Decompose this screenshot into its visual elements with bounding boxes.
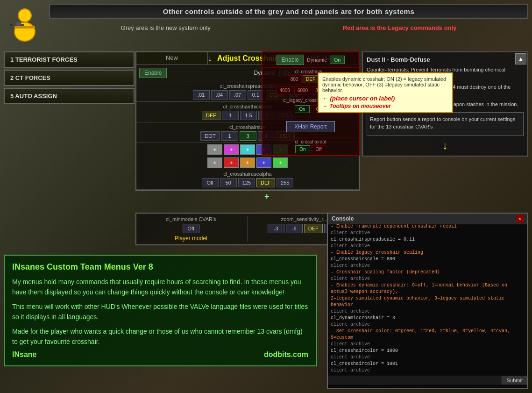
usealpha-btn-125[interactable]: 125 <box>238 178 255 187</box>
svg-rect-4 <box>16 22 21 26</box>
minmodels-off-button[interactable]: Off <box>183 224 199 233</box>
spreadscale-btn-07[interactable]: .07 <box>229 90 246 100</box>
info-arrow-down-icon: ↓ <box>442 139 448 151</box>
console-line: - Enable framerate dependent crosshair r… <box>331 224 525 230</box>
orig-on-button[interactable]: On <box>330 56 345 64</box>
subtitle-red: Red area is the Legacy commands only <box>343 24 456 31</box>
thickness-btn-1[interactable]: 1 <box>222 111 239 120</box>
player-model-label: Player model <box>139 235 243 242</box>
color-btn-red[interactable]: + <box>224 157 239 168</box>
color-btn-grey2[interactable]: + <box>207 157 222 168</box>
usealpha-btn-50[interactable]: 50 <box>220 178 237 187</box>
console-line: client archive <box>331 341 525 348</box>
green-footer-site: dodbits.com <box>264 350 308 359</box>
console-line: client archive <box>331 230 525 236</box>
ct-logo <box>4 4 46 46</box>
console-line: cl_crosshaircolor = 1001 <box>331 361 525 367</box>
console-line: client archive <box>331 243 525 250</box>
orig-btn-def[interactable]: DEF <box>303 75 319 83</box>
minmodels-section: cl_minmodels CVAR's Off Player model <box>139 216 243 242</box>
zoom-btn-def[interactable]: DEF <box>304 224 323 233</box>
green-footer: INsane dodbits.com <box>12 350 308 359</box>
size-btn-1[interactable]: 1 <box>221 131 238 141</box>
console-input[interactable] <box>328 376 502 385</box>
tooltip-box: Enables dynamic crosshair; ON (2) = lega… <box>318 72 453 113</box>
crosshairdot-label: cl_crosshairdot <box>265 139 356 144</box>
color-btn-blue2[interactable]: + <box>256 157 271 168</box>
top-banner: Other controls outside of the grey and r… <box>49 4 528 19</box>
console-line: - Set crosshair color: 0=green, 1=red, 2… <box>331 328 525 341</box>
usealpha-btn-255[interactable]: 255 <box>277 178 293 187</box>
crosshairdot-section: cl_crosshairdot On Off <box>262 137 359 155</box>
color-btn-orange[interactable]: + <box>240 157 255 168</box>
sidebar-item-ct[interactable]: 2 CT FORCES <box>4 70 135 86</box>
orig-btn-6000[interactable]: 6000 <box>294 86 311 94</box>
spreadscale-btn-01[interactable]: .01 <box>193 90 210 100</box>
console-line: 2=legacy simulated dynamic behavior, 3=l… <box>331 295 525 308</box>
console-submit-button[interactable]: Submit <box>502 376 527 385</box>
sidebar-item-terrorist[interactable]: 1 TERRORIST FORCES <box>4 51 135 68</box>
console-output[interactable]: No pure server whitelist, sv_pure = 0INs… <box>328 224 527 376</box>
console-line: client archive <box>331 322 525 328</box>
console-header: Console × <box>328 214 527 224</box>
console-line: cl_crosshairscale = 800 <box>331 256 525 263</box>
green-title: INsanes Custom Team Menus Ver 8 <box>12 262 308 272</box>
bottom-divider <box>248 216 248 242</box>
svg-rect-5 <box>10 24 13 26</box>
spreadscale-btn-04[interactable]: .04 <box>211 90 228 100</box>
console-line: client archive <box>331 276 525 282</box>
console-input-row: Submit <box>328 376 527 385</box>
enable-new-button[interactable]: Enable <box>139 68 167 78</box>
color-btn-grey[interactable]: + <box>207 144 222 155</box>
col-header-new: New <box>136 52 208 64</box>
color-btn-cyan[interactable]: + <box>240 144 255 155</box>
usealpha-label: cl_crosshairusealpha <box>139 171 356 177</box>
console-line: - Enables dynamic crosshair: 0=off, 1=no… <box>331 282 525 295</box>
crosshairdot-off-button[interactable]: Off <box>311 145 326 153</box>
xhair-report-button[interactable]: XHair Report <box>286 121 334 132</box>
enable-new: Enable <box>139 68 212 78</box>
zoom-btn-neg6[interactable]: -6 <box>286 224 303 233</box>
orig-btn-800[interactable]: 800 <box>287 75 302 83</box>
tooltip-text: Enables dynamic crosshair; ON (2) = lega… <box>322 76 446 93</box>
subtitle-grey: Grey area is the new system only <box>121 24 211 31</box>
green-para1: My menus hold many commands that usually… <box>12 277 308 298</box>
size-btn-dot[interactable]: DOT <box>200 131 220 141</box>
sidebar-item-autoassign[interactable]: 5 AUTO ASSIGN <box>4 88 135 104</box>
thickness-btn-15[interactable]: 1.5 <box>240 111 257 120</box>
console-line: cl_crosshaircolor = 1000 <box>331 348 525 354</box>
color-row-2: + + + + + <box>136 156 359 169</box>
console-line: client archive <box>331 367 525 374</box>
crosshairdot-buttons: On Off <box>265 145 356 153</box>
console-close-button[interactable]: × <box>516 215 524 222</box>
color-btn-green2[interactable]: + <box>273 157 288 168</box>
crosshair-dot-indicator: + <box>264 192 270 201</box>
console-line: cl_dynamiccrosshair = 3 <box>331 315 525 322</box>
console-line: client archive <box>331 308 525 315</box>
console-line: client archive <box>331 263 525 269</box>
console-line: client archive <box>331 354 525 361</box>
console-line: - Enable legacy crosshair scaling <box>331 250 525 256</box>
thickness-btn-def[interactable]: DEF <box>202 111 220 120</box>
minmodels-buttons: Off <box>139 224 243 233</box>
green-info-box: INsanes Custom Team Menus Ver 8 My menus… <box>4 255 317 366</box>
info-scroll-up-button[interactable]: ▲ <box>515 53 526 64</box>
usealpha-btn-off[interactable]: Off <box>202 178 219 187</box>
console-panel: Console × No pure server whitelist, sv_p… <box>327 213 528 389</box>
bottom-panels: cl_minmodels CVAR's Off Player model zoo… <box>135 213 360 245</box>
recoil-on-button[interactable]: On <box>295 105 310 113</box>
xhair-report-area: XHair Report <box>262 116 359 137</box>
subtitle-banner: Grey area is the new system only Red are… <box>49 22 528 33</box>
tooltip-label2: ← Tooltips on mouseover <box>322 103 448 109</box>
orig-enable-button[interactable]: Enable <box>277 55 304 65</box>
console-title: Console <box>332 215 354 222</box>
zoom-btn-neg3[interactable]: -3 <box>268 224 284 233</box>
console-line: - Crosshair scaling factor (deprecated) <box>331 269 525 276</box>
color-btn-purple[interactable]: + <box>224 144 239 155</box>
size-btn-3[interactable]: 3 <box>240 131 256 141</box>
crosshairdot-on-button[interactable]: On <box>295 145 310 153</box>
orig-btn-4000[interactable]: 4000 <box>277 86 293 94</box>
orig-enable-row: Enable Dynamic On <box>262 52 359 68</box>
usealpha-buttons: Off 50 125 DEF 255 <box>139 178 356 187</box>
usealpha-btn-def[interactable]: DEF <box>256 178 275 187</box>
